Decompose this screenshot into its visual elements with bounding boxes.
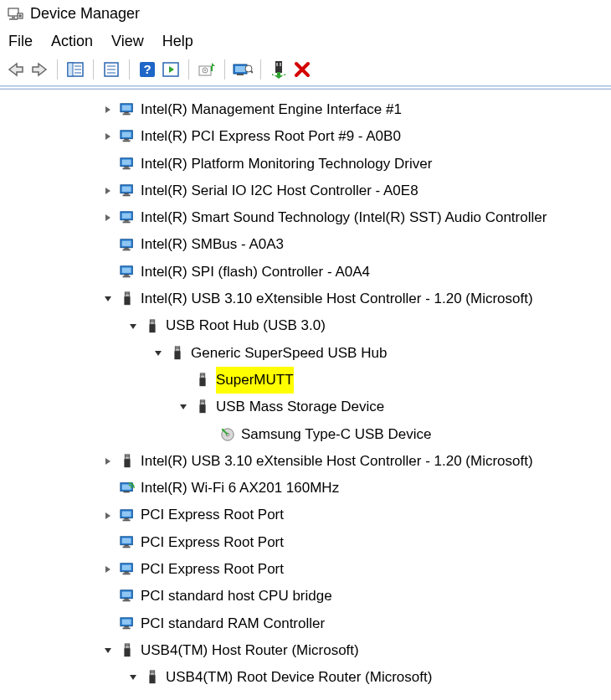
show-hide-icon[interactable]	[64, 59, 86, 80]
expand-icon[interactable]	[100, 512, 116, 520]
menubar: File Action View Help	[0, 29, 611, 57]
collapse-icon[interactable]	[100, 295, 116, 303]
monitor-icon	[119, 237, 136, 254]
wifi-icon	[119, 480, 136, 497]
properties-icon[interactable]	[100, 59, 122, 80]
usb-icon	[169, 345, 186, 362]
menu-view[interactable]: View	[111, 33, 144, 50]
toolbar-separator	[93, 59, 94, 80]
svg-rect-7	[68, 63, 73, 76]
svg-line-28	[251, 71, 253, 73]
monitor-icon	[119, 209, 136, 226]
forward-arrow-icon[interactable]	[28, 59, 50, 80]
tree-item-label: SuperMUTT	[216, 367, 294, 394]
window-title: Device Manager	[30, 5, 140, 23]
collapse-icon[interactable]	[176, 403, 191, 411]
svg-rect-1	[12, 16, 15, 18]
collapse-icon[interactable]	[126, 673, 141, 682]
tree-row[interactable]: USB4(TM) Root Device Router (Microsoft)	[8, 664, 608, 684]
expand-icon[interactable]	[100, 106, 116, 114]
tree-item-label: PCI standard RAM Controller	[141, 610, 325, 637]
tree-row[interactable]: Intel(R) USB 3.10 eXtensible Host Contro…	[8, 448, 608, 475]
svg-marker-43	[155, 351, 162, 356]
expand-icon[interactable]	[100, 457, 116, 466]
expand-icon[interactable]	[100, 132, 116, 141]
tree-row[interactable]: Generic SuperSpeed USB Hub	[8, 340, 608, 367]
svg-marker-38	[105, 133, 110, 140]
tree-row[interactable]: Intel(R) Management Engine Interface #1	[8, 96, 608, 123]
tree-item-label: Intel(R) Platform Monitoring Technology …	[141, 151, 432, 178]
tree-row[interactable]: Samsung Type-C USB Device	[8, 421, 608, 448]
tree-item-label: PCI Express Root Port	[141, 556, 284, 583]
monitor-icon	[119, 561, 136, 578]
tree-row[interactable]: PCI Express Root Port	[8, 529, 608, 556]
svg-text:?: ?	[143, 62, 151, 76]
help-icon[interactable]: ?	[136, 59, 158, 80]
tree-item-label: Intel(R) Wi-Fi 6 AX201 160MHz	[141, 475, 339, 502]
tree-row[interactable]: Intel(R) Wi-Fi 6 AX201 160MHz	[8, 475, 608, 502]
menu-action[interactable]: Action	[51, 33, 93, 50]
toolbar: ?	[0, 57, 611, 84]
tree-row[interactable]: Intel(R) USB 3.10 eXtensible Host Contro…	[8, 286, 608, 312]
expand-icon[interactable]	[100, 187, 116, 195]
back-arrow-icon[interactable]	[5, 59, 27, 80]
toolbar-separator	[57, 59, 58, 80]
tree-row[interactable]: PCI standard host CPU bridge	[8, 583, 608, 610]
tree-item-label: Intel(R) Serial IO I2C Host Controller -…	[141, 178, 418, 204]
toolbar-separator	[188, 59, 189, 80]
update-driver-icon[interactable]	[196, 59, 218, 80]
uninstall-icon[interactable]	[268, 59, 290, 80]
monitor-icon	[119, 156, 136, 172]
menu-help[interactable]: Help	[162, 33, 193, 50]
monitor-icon	[119, 615, 136, 632]
usb-icon	[194, 372, 211, 389]
usb-icon	[119, 642, 136, 659]
tree-row[interactable]: Intel(R) Platform Monitoring Technology …	[8, 151, 608, 178]
tree-row[interactable]: Intel(R) SMBus - A0A3	[8, 231, 608, 258]
tree-row[interactable]: PCI standard RAM Controller	[8, 610, 608, 637]
svg-rect-30	[276, 63, 278, 66]
tree-item-label: PCI Express Root Port	[141, 502, 284, 528]
collapse-icon[interactable]	[151, 349, 166, 358]
svg-rect-2	[9, 18, 18, 20]
monitor-icon	[119, 534, 136, 551]
monitor-icon	[119, 128, 136, 145]
delete-icon[interactable]	[291, 59, 313, 80]
tree-row[interactable]: SuperMUTT	[8, 367, 608, 394]
menu-file[interactable]: File	[8, 33, 33, 50]
tree-row[interactable]: Intel(R) SPI (flash) Controller - A0A4	[8, 259, 608, 286]
collapse-icon[interactable]	[100, 646, 116, 655]
tree-item-label: USB Root Hub (USB 3.0)	[166, 312, 326, 339]
tree-row[interactable]: Intel(R) Smart Sound Technology (Intel(R…	[8, 204, 608, 231]
tree-row[interactable]: PCI Express Root Port	[8, 502, 608, 528]
svg-marker-49	[130, 675, 136, 680]
usb-icon	[144, 669, 161, 684]
tree-row[interactable]: USB4(TM) Host Router (Microsoft)	[8, 637, 608, 664]
scan-hardware-icon[interactable]	[232, 59, 254, 80]
app-icon	[7, 6, 23, 23]
expand-icon[interactable]	[100, 565, 116, 574]
tree-row[interactable]: USB Root Hub (USB 3.0)	[8, 312, 608, 339]
monitor-icon	[119, 264, 136, 281]
svg-marker-37	[105, 106, 110, 113]
svg-marker-48	[105, 648, 111, 653]
usb-icon	[144, 318, 161, 335]
tree-row[interactable]: Intel(R) PCI Express Root Port #9 - A0B0	[8, 123, 608, 150]
tree-row[interactable]: PCI Express Root Port	[8, 556, 608, 583]
tree-row[interactable]: Intel(R) Serial IO I2C Host Controller -…	[8, 178, 608, 204]
svg-marker-47	[105, 566, 110, 573]
expand-icon[interactable]	[100, 214, 116, 222]
collapse-icon[interactable]	[126, 322, 141, 331]
svg-rect-34	[277, 72, 280, 75]
tree-item-label: USB4(TM) Host Router (Microsoft)	[141, 637, 359, 664]
toolbar-separator	[260, 59, 261, 80]
usb-icon	[119, 453, 136, 470]
svg-marker-44	[180, 404, 187, 409]
tree-row[interactable]: USB Mass Storage Device	[8, 394, 608, 420]
svg-marker-41	[105, 296, 111, 301]
enable-icon[interactable]	[160, 59, 182, 80]
svg-rect-31	[280, 63, 281, 66]
device-tree[interactable]: Intel(R) Management Engine Interface #1I…	[0, 90, 611, 684]
tree-item-label: Samsung Type-C USB Device	[241, 421, 431, 448]
monitor-icon	[119, 507, 136, 524]
